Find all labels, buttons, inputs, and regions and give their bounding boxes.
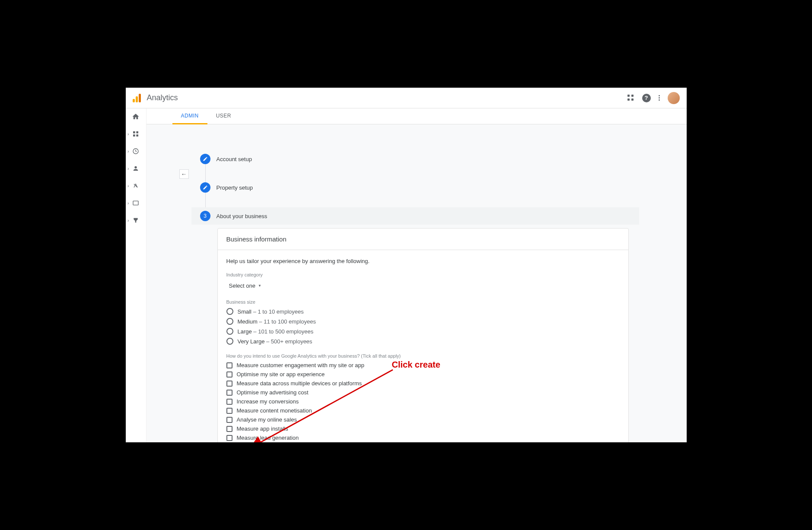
sidebar-behaviour-icon[interactable] — [132, 199, 140, 207]
step-property[interactable]: Property setup — [200, 179, 648, 196]
svg-rect-3 — [136, 134, 138, 136]
industry-label: Industry category — [226, 272, 620, 277]
checkbox-icon — [226, 435, 232, 441]
help-text: Help us tailor your experience by answer… — [226, 258, 620, 264]
size-radio-1[interactable]: Medium – 11 to 100 employees — [226, 318, 620, 325]
sidebar-dashboard-icon[interactable] — [132, 130, 140, 138]
tab-admin[interactable]: ADMIN — [172, 108, 207, 124]
size-radio-group: Small – 1 to 10 employeesMedium – 11 to … — [226, 308, 620, 345]
admin-tabs: ADMIN USER — [146, 108, 687, 124]
sidebar-realtime-icon[interactable] — [132, 147, 140, 155]
sidebar-conversions-icon[interactable] — [132, 216, 140, 224]
checkbox-icon — [226, 362, 232, 368]
step-property-label: Property setup — [217, 184, 253, 191]
left-sidebar — [126, 108, 146, 442]
size-label: Business size — [226, 299, 620, 305]
avatar[interactable] — [668, 92, 680, 104]
svg-rect-6 — [133, 201, 138, 205]
card-title: Business information — [218, 229, 628, 250]
checkbox-icon — [226, 426, 232, 432]
size-radio-2[interactable]: Large – 101 to 500 employees — [226, 328, 620, 335]
radio-icon — [226, 338, 233, 345]
radio-icon — [226, 318, 233, 325]
tab-user[interactable]: USER — [207, 108, 240, 124]
step-business-label: About your business — [217, 213, 267, 219]
radio-label: Very Large – 500+ employees — [238, 338, 312, 345]
analytics-logo-icon — [133, 94, 141, 102]
svg-rect-0 — [133, 131, 135, 133]
sidebar-audience-icon[interactable] — [132, 165, 140, 172]
svg-rect-2 — [133, 134, 135, 136]
checkbox-icon — [226, 381, 232, 387]
sidebar-home-icon[interactable] — [132, 113, 140, 121]
svg-rect-1 — [136, 131, 138, 133]
industry-value: Select one — [229, 282, 255, 289]
radio-icon — [226, 308, 233, 315]
edit-icon — [200, 154, 210, 164]
checkbox-icon — [226, 408, 232, 414]
more-vert-icon[interactable] — [659, 95, 660, 101]
size-radio-0[interactable]: Small – 1 to 10 employees — [226, 308, 620, 315]
svg-point-5 — [134, 166, 137, 168]
back-button[interactable]: ← — [179, 169, 189, 179]
checkbox-icon — [226, 390, 232, 396]
step-account-label: Account setup — [217, 156, 252, 162]
intent-label: How do you intend to use Google Analytic… — [226, 353, 620, 359]
checkbox-icon — [226, 399, 232, 405]
sidebar-acquisition-icon[interactable] — [132, 182, 140, 190]
radio-label: Medium – 11 to 100 employees — [238, 318, 316, 325]
radio-icon — [226, 328, 233, 335]
logo[interactable]: Analytics — [133, 93, 178, 102]
industry-dropdown[interactable]: Select one — [226, 281, 265, 291]
svg-line-7 — [259, 370, 393, 442]
topbar: Analytics ? — [126, 88, 687, 108]
annotation-arrow — [246, 365, 401, 442]
checkbox-icon — [226, 371, 232, 378]
step-number-badge: 3 — [200, 211, 210, 221]
edit-icon — [200, 182, 210, 193]
radio-label: Large – 101 to 500 employees — [238, 328, 314, 335]
step-account[interactable]: Account setup — [200, 150, 648, 168]
app-title: Analytics — [147, 93, 178, 102]
apps-icon[interactable] — [627, 95, 634, 102]
step-business[interactable]: 3 About your business — [191, 207, 639, 225]
checkbox-icon — [226, 417, 232, 423]
size-radio-3[interactable]: Very Large – 500+ employees — [226, 338, 620, 345]
radio-label: Small – 1 to 10 employees — [238, 308, 304, 315]
help-icon[interactable]: ? — [642, 94, 651, 102]
